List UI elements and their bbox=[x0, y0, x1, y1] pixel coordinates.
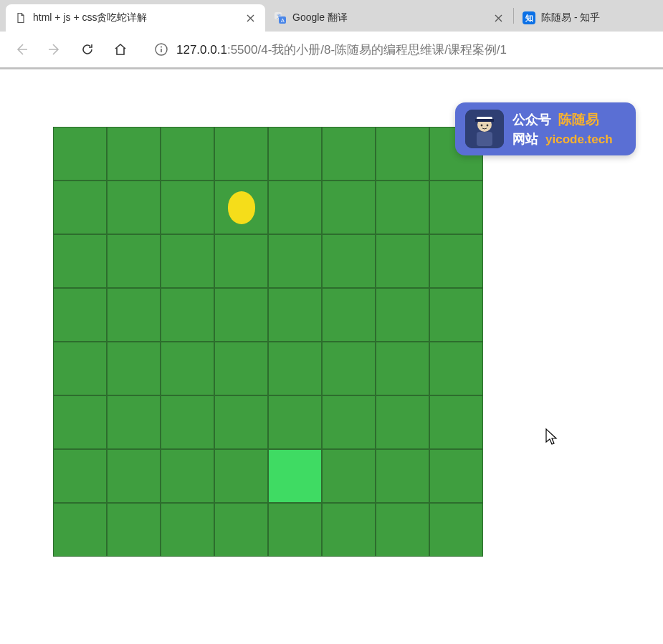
grid-cell bbox=[429, 395, 483, 449]
svg-text:A: A bbox=[281, 18, 285, 23]
grid-cell bbox=[161, 288, 214, 342]
close-icon[interactable] bbox=[244, 11, 257, 24]
reload-button[interactable] bbox=[73, 35, 102, 64]
tab-inactive[interactable]: 文A Google 翻译 bbox=[265, 4, 513, 32]
back-button[interactable] bbox=[7, 35, 36, 64]
file-icon bbox=[14, 11, 27, 24]
gtranslate-icon: 文A bbox=[274, 11, 287, 24]
grid-cell bbox=[214, 127, 268, 181]
zhihu-icon: 知 bbox=[523, 11, 535, 24]
grid-cell bbox=[161, 395, 214, 449]
grid-cell bbox=[376, 342, 429, 395]
grid-cell bbox=[214, 449, 268, 503]
grid-cell bbox=[376, 395, 429, 449]
grid-cell bbox=[214, 288, 268, 342]
grid-cell bbox=[429, 234, 483, 288]
badge-label-2: 网站 bbox=[512, 130, 538, 148]
grid-cell bbox=[107, 127, 161, 181]
grid-cell bbox=[53, 288, 107, 342]
grid-cell bbox=[322, 127, 376, 181]
grid-cell bbox=[161, 449, 214, 503]
svg-rect-10 bbox=[475, 119, 494, 122]
grid-cell bbox=[107, 449, 161, 503]
grid-cell bbox=[107, 395, 161, 449]
badge-value-1: 陈随易 bbox=[558, 110, 599, 129]
badge-text: 公众号 陈随易 网站 yicode.tech bbox=[512, 110, 613, 148]
svg-rect-11 bbox=[477, 132, 492, 146]
grid-cell bbox=[322, 395, 376, 449]
grid-cell bbox=[214, 342, 268, 395]
grid-cell bbox=[214, 181, 268, 234]
grid-cell bbox=[429, 288, 483, 342]
grid-cell bbox=[53, 181, 107, 234]
close-icon[interactable] bbox=[492, 11, 505, 24]
grid-cell bbox=[161, 181, 214, 234]
grid-cell bbox=[268, 127, 322, 181]
grid-cell bbox=[268, 288, 322, 342]
grid-cell bbox=[322, 288, 376, 342]
grid-cell bbox=[161, 342, 214, 395]
grid-cell bbox=[53, 127, 107, 181]
grid-cell bbox=[53, 503, 107, 557]
grid-cell bbox=[322, 449, 376, 503]
grid-cell bbox=[214, 503, 268, 557]
page-content: 公众号 陈随易 网站 yicode.tech bbox=[0, 69, 663, 644]
grid-cell bbox=[322, 181, 376, 234]
grid-cell bbox=[376, 234, 429, 288]
tab-active[interactable]: html + js + css贪吃蛇详解 bbox=[6, 4, 265, 32]
grid-cell bbox=[429, 181, 483, 234]
grid-cell bbox=[429, 449, 483, 503]
grid-cell bbox=[214, 395, 268, 449]
avatar bbox=[465, 110, 504, 148]
grid-cell bbox=[53, 234, 107, 288]
grid-cell bbox=[107, 181, 161, 234]
grid-cell bbox=[161, 234, 214, 288]
badge-label-1: 公众号 bbox=[512, 111, 551, 128]
tab-title: 陈随易 - 知乎 bbox=[541, 11, 634, 24]
grid-cell bbox=[107, 234, 161, 288]
grid-cell bbox=[268, 395, 322, 449]
grid-cell bbox=[107, 503, 161, 557]
tab-title: html + js + css贪吃蛇详解 bbox=[33, 11, 238, 24]
grid-cell bbox=[376, 181, 429, 234]
grid-cell bbox=[161, 503, 214, 557]
grid-cell bbox=[376, 127, 429, 181]
grid-cell bbox=[322, 342, 376, 395]
grid-cell bbox=[268, 181, 322, 234]
tab-inactive[interactable]: 知 陈随易 - 知乎 bbox=[514, 4, 643, 32]
food bbox=[228, 191, 255, 224]
svg-rect-6 bbox=[161, 49, 162, 52]
grid-cell bbox=[429, 503, 483, 557]
cursor-icon bbox=[545, 428, 559, 449]
tab-strip: html + js + css贪吃蛇详解 文A Google 翻译 知 陈随易 … bbox=[0, 0, 663, 32]
forward-button[interactable] bbox=[40, 35, 69, 64]
grid-cell bbox=[429, 342, 483, 395]
grid-cell bbox=[268, 234, 322, 288]
address-bar[interactable]: 127.0.0.1:5500/4-我的小册/8-陈随易的编程思维课/课程案例/1 bbox=[146, 37, 656, 62]
grid-cell bbox=[322, 503, 376, 557]
home-button[interactable] bbox=[106, 35, 135, 64]
grid-cell bbox=[107, 342, 161, 395]
grid-cell bbox=[53, 449, 107, 503]
grid-cell bbox=[53, 395, 107, 449]
grid-cell bbox=[107, 288, 161, 342]
grid-cell bbox=[376, 449, 429, 503]
grid-cell bbox=[161, 127, 214, 181]
badge-value-2: yicode.tech bbox=[545, 133, 613, 147]
site-info-icon[interactable] bbox=[153, 42, 169, 57]
browser-chrome: html + js + css贪吃蛇详解 文A Google 翻译 知 陈随易 … bbox=[0, 0, 663, 69]
svg-point-12 bbox=[481, 125, 483, 127]
grid-cell bbox=[376, 503, 429, 557]
svg-point-13 bbox=[487, 125, 489, 127]
game-grid[interactable] bbox=[53, 127, 483, 557]
author-badge: 公众号 陈随易 网站 yicode.tech bbox=[455, 102, 636, 155]
svg-point-5 bbox=[161, 47, 162, 48]
url-text: 127.0.0.1:5500/4-我的小册/8-陈随易的编程思维课/课程案例/1 bbox=[176, 42, 507, 58]
tab-title: Google 翻译 bbox=[292, 11, 486, 24]
grid-cell bbox=[268, 503, 322, 557]
grid-cell bbox=[53, 342, 107, 395]
grid-cell bbox=[322, 234, 376, 288]
grid-cell bbox=[214, 234, 268, 288]
grid-cell bbox=[376, 288, 429, 342]
toolbar: 127.0.0.1:5500/4-我的小册/8-陈随易的编程思维课/课程案例/1 bbox=[0, 32, 663, 69]
